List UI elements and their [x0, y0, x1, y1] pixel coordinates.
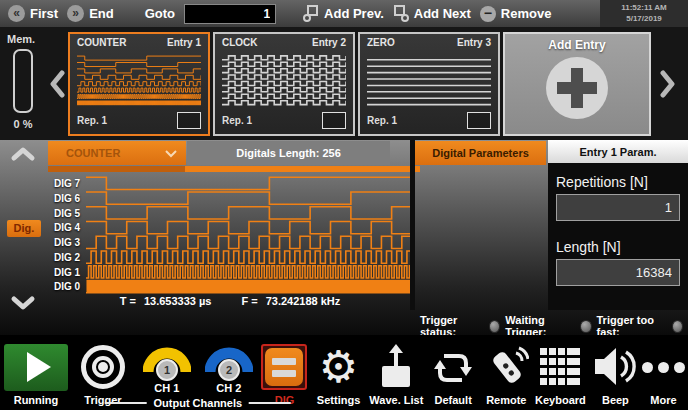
remove-icon: − [480, 6, 496, 22]
running-button[interactable]: Running [3, 335, 69, 410]
output-channels-group: 1 CH 1 2 CH 2 Output Channels [137, 345, 259, 410]
remove-button[interactable]: − Remove [480, 6, 552, 22]
first-button-label: First [30, 6, 58, 21]
beep-label: Beep [602, 394, 629, 406]
digital-waveform-display[interactable] [86, 176, 412, 294]
entry-card-1[interactable]: COUNTER Entry 1 Rep. 1 [68, 32, 210, 136]
first-button[interactable]: « First [8, 5, 58, 22]
top-toolbar: « First » End Goto Add Prev. Add Next − … [0, 0, 688, 27]
default-button[interactable]: Default [426, 335, 481, 410]
waveform-type-dropdown[interactable]: COUNTER [48, 141, 186, 165]
keyboard-button[interactable]: Keyboard [532, 335, 589, 410]
length-label: Length [N] [556, 239, 688, 255]
end-button[interactable]: » End [67, 5, 114, 22]
more-label: More [650, 394, 676, 406]
dig-channel-label: DIG 2 [48, 250, 84, 265]
goto-input[interactable] [184, 4, 276, 24]
clock-display: 11:52:11 AM 5/17/2019 [600, 0, 688, 27]
memory-gauge [13, 49, 33, 113]
entry-card-3[interactable]: ZERO Entry 3 Rep. 1 [358, 32, 500, 136]
dig-channel-labels: DIG 7DIG 6DIG 5DIG 4DIG 3DIG 2DIG 1DIG 0 [48, 176, 84, 294]
remote-label: Remote [486, 394, 526, 406]
carousel-left-button[interactable] [46, 70, 68, 98]
dig-channel-label: DIG 1 [48, 265, 84, 280]
ch1-label: CH 1 [154, 382, 179, 394]
entry-checkbox[interactable] [177, 112, 201, 129]
dig-mode-button[interactable]: Dig. [7, 220, 41, 237]
remote-control-icon [483, 344, 529, 390]
repetitions-label: Repetitions [N] [556, 174, 688, 190]
ch2-gauge-icon: 2 [205, 345, 253, 381]
trigger-status-indicator [489, 320, 500, 333]
entry-checkbox[interactable] [322, 112, 346, 129]
export-box-icon [376, 344, 416, 390]
entry-number-label: Entry 2 [312, 37, 346, 48]
frequency-label: F = [241, 295, 257, 307]
entry-waveform-thumbnail [222, 50, 346, 111]
dig-icon [265, 348, 303, 386]
default-label: Default [435, 394, 472, 406]
ch2-label: CH 2 [216, 382, 241, 394]
length-input[interactable] [556, 259, 680, 286]
entry-number-label: Entry 1 [167, 37, 201, 48]
entry-type-label: ZERO [367, 37, 395, 48]
waveform-scrollbar[interactable] [48, 166, 420, 172]
plus-icon [546, 57, 608, 119]
entry-rep-label: Rep. 1 [77, 115, 107, 126]
chevron-right-icon [660, 70, 676, 98]
ch1-gauge-icon: 1 [143, 345, 191, 381]
repetitions-input[interactable] [556, 194, 680, 221]
memory-label: Mem. [7, 33, 35, 45]
wave-list-button[interactable]: Wave. List [367, 335, 426, 410]
add-next-label: Add Next [414, 6, 471, 21]
ch1-button[interactable]: 1 CH 1 [143, 345, 191, 394]
entry-card-2[interactable]: CLOCK Entry 2 Rep. 1 [213, 32, 355, 136]
chevron-down-icon [164, 149, 178, 158]
speaker-icon [592, 346, 638, 388]
timing-readout: T = 13.653333 µs F = 73.242188 kHz [48, 295, 412, 307]
target-icon [81, 345, 125, 389]
settings-label: Settings [317, 394, 360, 406]
goto-label: Goto [145, 6, 175, 21]
rewind-icon: « [8, 5, 25, 22]
dig-channel-label: DIG 4 [48, 220, 84, 235]
settings-button[interactable]: ⚙ Settings [310, 335, 367, 410]
ch2-button[interactable]: 2 CH 2 [205, 345, 253, 394]
keyboard-icon [538, 346, 582, 388]
entry-type-label: COUNTER [77, 37, 126, 48]
waveform-type-value: COUNTER [66, 147, 120, 159]
digital-editor: Dig. COUNTER Digitals Length: 256 DIG 7D… [0, 140, 688, 335]
period-label: T = [120, 295, 136, 307]
entry-checkbox[interactable] [467, 112, 491, 129]
entry-rep-label: Rep. 1 [367, 115, 397, 126]
beep-button[interactable]: Beep [589, 335, 642, 410]
scroll-down-button[interactable] [10, 295, 36, 311]
entry-parameters-panel: Entry 1 Param. Repetitions [N] Length [N… [548, 140, 688, 310]
memory-gauge-block: Mem. 0 % [0, 27, 46, 140]
memory-percent: 0 % [14, 118, 33, 130]
ellipsis-icon [642, 362, 685, 373]
more-button[interactable]: More [642, 335, 685, 410]
remove-label: Remove [501, 6, 552, 21]
carousel-right-button[interactable] [657, 70, 679, 98]
scroll-up-button[interactable] [10, 146, 36, 162]
add-entry-card[interactable]: Add Entry [503, 32, 651, 136]
add-prev-icon [303, 5, 319, 22]
add-next-icon [393, 5, 409, 22]
remote-button[interactable]: Remote [481, 335, 532, 410]
dig-channel-label: DIG 7 [48, 176, 84, 191]
dig-channel-label: DIG 5 [48, 206, 84, 221]
add-prev-button[interactable]: Add Prev. [303, 5, 384, 22]
period-value: 13.653333 µs [144, 295, 212, 307]
svg-text:2: 2 [226, 364, 232, 376]
dig-channel-label: DIG 3 [48, 235, 84, 250]
add-next-button[interactable]: Add Next [393, 5, 471, 22]
entry-number-label: Entry 3 [457, 37, 491, 48]
pattern-generator-app: « First » End Goto Add Prev. Add Next − … [0, 0, 688, 410]
running-label: Running [14, 394, 59, 406]
digital-parameters-button[interactable]: Digital Parameters [415, 141, 546, 165]
entry-waveform-thumbnail [367, 50, 491, 111]
play-icon [4, 344, 68, 391]
entry-parameters-title: Entry 1 Param. [548, 140, 688, 163]
keyboard-label: Keyboard [535, 394, 586, 406]
